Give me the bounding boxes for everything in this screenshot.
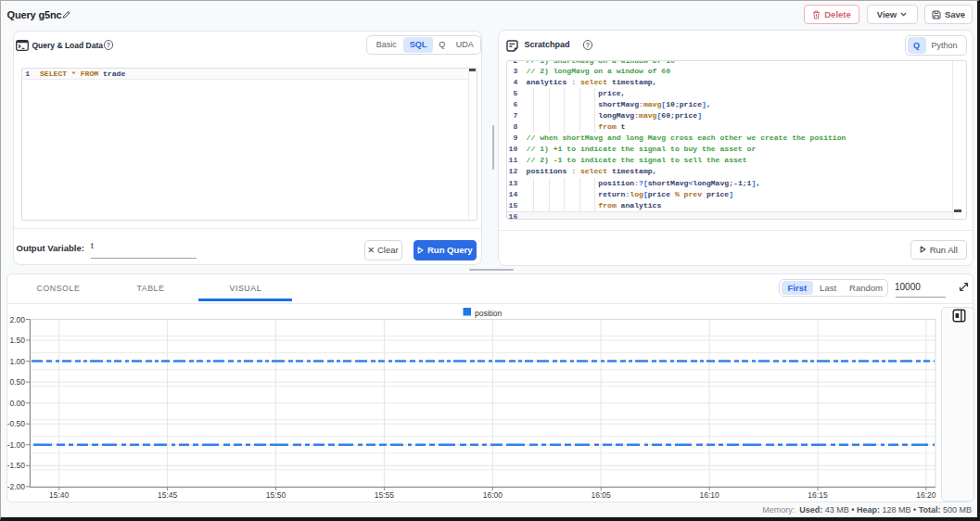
svg-text:16:20: 16:20: [916, 490, 936, 500]
svg-text:-1.50: -1.50: [7, 461, 26, 470]
svg-text:1.00: 1.00: [9, 357, 25, 366]
svg-text:1.50: 1.50: [9, 336, 25, 345]
svg-text:0.00: 0.00: [9, 399, 25, 408]
svg-text:16:15: 16:15: [808, 490, 828, 500]
svg-text:16:10: 16:10: [699, 490, 719, 500]
svg-text:15:40: 15:40: [49, 490, 70, 500]
svg-text:15:50: 15:50: [266, 490, 286, 500]
svg-text:15:45: 15:45: [158, 490, 178, 500]
svg-text:0.50: 0.50: [9, 377, 25, 387]
svg-text:16:00: 16:00: [483, 490, 503, 500]
svg-text:15:55: 15:55: [375, 490, 395, 500]
svg-text:-0.50: -0.50: [7, 419, 26, 428]
svg-text:-1.00: -1.00: [7, 440, 26, 450]
svg-text:2.00: 2.00: [9, 315, 25, 324]
svg-text:16:05: 16:05: [592, 490, 612, 500]
svg-text:-2.00: -2.00: [7, 482, 26, 491]
svg-text:position: position: [475, 309, 503, 318]
